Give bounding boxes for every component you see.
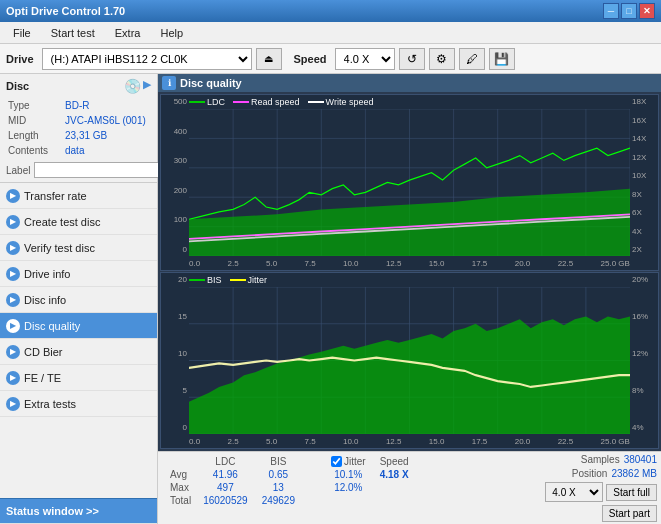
header-speed: Speed: [374, 456, 415, 467]
start-speed-select[interactable]: 4.0 X: [545, 482, 603, 502]
header-ldc: LDC: [197, 456, 254, 467]
start-full-button[interactable]: Start full: [606, 484, 657, 501]
avg-speed: 4.18 X: [374, 469, 415, 480]
header-jitter-check: Jitter: [325, 456, 372, 467]
disc-length-value: 23,31 GB: [65, 129, 149, 142]
disc-icon-2[interactable]: ▶: [143, 78, 151, 94]
speed-select[interactable]: 4.0 X: [335, 48, 395, 70]
disc-length-label: Length: [8, 129, 63, 142]
nav-verify-test-disc[interactable]: ▶ Verify test disc: [0, 235, 157, 261]
x-axis-2: 0.02.55.07.510.012.515.017.520.022.525.0…: [189, 434, 630, 448]
nav-icon-cd-bier: ▶: [6, 345, 20, 359]
disc-quality-header: ℹ Disc quality: [158, 74, 661, 92]
legend-write-speed: Write speed: [326, 97, 374, 107]
legend-read-speed: Read speed: [251, 97, 300, 107]
nav-label-transfer: Transfer rate: [24, 190, 87, 202]
content-area: ℹ Disc quality LDC Read speed: [158, 74, 661, 524]
nav-cd-bier[interactable]: ▶ CD Bier: [0, 339, 157, 365]
minimize-button[interactable]: ─: [603, 3, 619, 19]
status-window-button[interactable]: Status window >>: [0, 498, 157, 524]
y-axis-right-2: 20%16%12%8%4%: [630, 273, 658, 434]
chart-bis-legend: BIS Jitter: [189, 275, 267, 285]
menu-bar: File Start test Extra Help: [0, 22, 661, 44]
nav-icon-drive: ▶: [6, 267, 20, 281]
sidebar: Disc 💿 ▶ Type BD-R MID JVC-AMS6L (001) L…: [0, 74, 158, 524]
menu-file[interactable]: File: [4, 24, 40, 42]
header-bis: BIS: [256, 456, 301, 467]
samples-value: 380401: [624, 454, 657, 465]
erase-button[interactable]: 🖊: [459, 48, 485, 70]
disc-quality-icon: ℹ: [162, 76, 176, 90]
nav-transfer-rate[interactable]: ▶ Transfer rate: [0, 183, 157, 209]
disc-label-label: Label: [6, 165, 30, 176]
total-ldc: 16020529: [197, 495, 254, 506]
nav-label-drive: Drive info: [24, 268, 70, 280]
jitter-checkbox[interactable]: [331, 456, 342, 467]
disc-mid-label: MID: [8, 114, 63, 127]
nav-drive-info[interactable]: ▶ Drive info: [0, 261, 157, 287]
nav-icon-transfer: ▶: [6, 189, 20, 203]
legend-jitter: Jitter: [248, 275, 268, 285]
disc-panel: Disc 💿 ▶ Type BD-R MID JVC-AMS6L (001) L…: [0, 74, 157, 183]
avg-jitter: 10.1%: [325, 469, 372, 480]
menu-help[interactable]: Help: [151, 24, 192, 42]
nav-label-disc-quality: Disc quality: [24, 320, 80, 332]
maximize-button[interactable]: □: [621, 3, 637, 19]
max-ldc: 497: [197, 482, 254, 493]
nav-disc-quality[interactable]: ▶ Disc quality: [0, 313, 157, 339]
disc-label-input[interactable]: [34, 162, 167, 178]
chart1-plot: [189, 109, 630, 256]
chart2-plot: [189, 287, 630, 434]
nav-icon-disc-quality: ▶: [6, 319, 20, 333]
nav-extra-tests[interactable]: ▶ Extra tests: [0, 391, 157, 417]
y-axis-left-2: 20151050: [161, 273, 189, 434]
stats-table: LDC BIS Jitter Speed Avg 4: [162, 454, 417, 508]
nav-label-disc-info: Disc info: [24, 294, 66, 306]
nav-label-cd-bier: CD Bier: [24, 346, 63, 358]
toolbar: Drive (H:) ATAPI iHBS112 2 CL0K ⏏ Speed …: [0, 44, 661, 74]
nav-icon-fe-te: ▶: [6, 371, 20, 385]
legend-ldc: LDC: [207, 97, 225, 107]
chart-ldc-legend: LDC Read speed Write speed: [189, 97, 373, 107]
samples-label: Samples: [581, 454, 620, 465]
disc-icon-1[interactable]: 💿: [124, 78, 141, 94]
y-axis-left-1: 5004003002001000: [161, 95, 189, 256]
nav-fe-te[interactable]: ▶ FE / TE: [0, 365, 157, 391]
legend-bis: BIS: [207, 275, 222, 285]
save-button[interactable]: 💾: [489, 48, 515, 70]
eject-button[interactable]: ⏏: [256, 48, 282, 70]
refresh-button[interactable]: ↺: [399, 48, 425, 70]
disc-contents-label: Contents: [8, 144, 63, 157]
start-part-button[interactable]: Start part: [602, 505, 657, 522]
nav-label-extra: Extra tests: [24, 398, 76, 410]
avg-label: Avg: [164, 469, 195, 480]
max-bis: 13: [256, 482, 301, 493]
disc-mid-value: JVC-AMS6L (001): [65, 114, 149, 127]
title-bar: Opti Drive Control 1.70 ─ □ ✕: [0, 0, 661, 22]
nav-label-create: Create test disc: [24, 216, 100, 228]
position-value: 23862 MB: [611, 468, 657, 479]
menu-start-test[interactable]: Start test: [42, 24, 104, 42]
disc-contents-value: data: [65, 144, 149, 157]
stats-area: LDC BIS Jitter Speed Avg 4: [158, 451, 661, 524]
settings-button[interactable]: ⚙: [429, 48, 455, 70]
nav-icon-create: ▶: [6, 215, 20, 229]
disc-type-value: BD-R: [65, 99, 149, 112]
status-window-label: Status window >>: [6, 505, 99, 517]
avg-ldc: 41.96: [197, 469, 254, 480]
disc-type-label: Type: [8, 99, 63, 112]
disc-quality-title: Disc quality: [180, 77, 242, 89]
stats-right-panel: Samples 380401 Position 23862 MB 4.0 X S…: [545, 454, 657, 522]
drive-label: Drive: [6, 53, 34, 65]
nav-disc-info[interactable]: ▶ Disc info: [0, 287, 157, 313]
nav-create-test-disc[interactable]: ▶ Create test disc: [0, 209, 157, 235]
close-button[interactable]: ✕: [639, 3, 655, 19]
chart-ldc: LDC Read speed Write speed 5004003002001…: [160, 94, 659, 271]
menu-extra[interactable]: Extra: [106, 24, 150, 42]
drive-select[interactable]: (H:) ATAPI iHBS112 2 CL0K: [42, 48, 252, 70]
app-title: Opti Drive Control 1.70: [6, 5, 125, 17]
nav-icon-extra: ▶: [6, 397, 20, 411]
position-label: Position: [572, 468, 608, 479]
speed-label: Speed: [294, 53, 327, 65]
chart-bis: BIS Jitter 20151050 20%16%12%8%4%: [160, 272, 659, 449]
